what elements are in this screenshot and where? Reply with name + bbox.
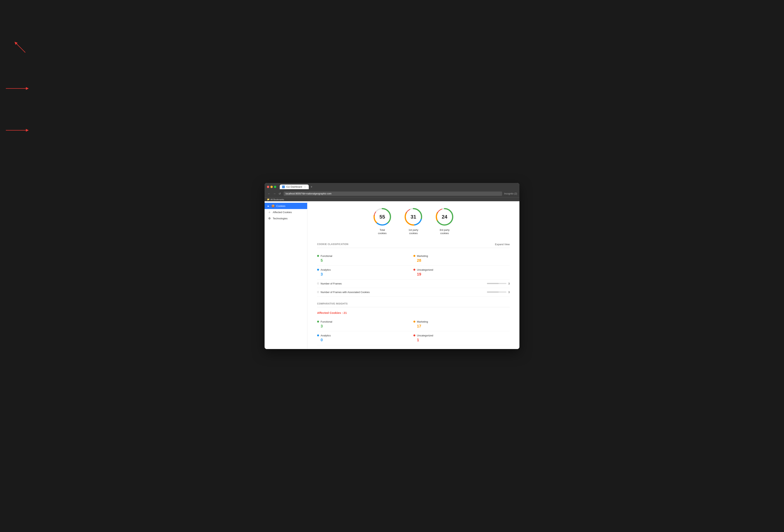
frame-bar-container-1: 3 (487, 282, 510, 285)
sidebar: ▶ 🍪 Cookies ○ Affected Cookies ⚙ Technol… (264, 201, 307, 349)
insights-uncategorized: Uncategorized 1 (413, 331, 510, 345)
insights-marketing-header: Marketing (413, 320, 510, 323)
third-party-number: 24 (442, 214, 447, 220)
insights-functional-header: Functional (317, 320, 413, 323)
app-layout: ▶ 🍪 Cookies ○ Affected Cookies ⚙ Technol… (264, 201, 520, 349)
active-tab[interactable]: CLI Dashboard × (280, 184, 309, 189)
uncategorized-name: Uncategorized (417, 268, 433, 271)
reload-button[interactable]: ↺ (278, 192, 282, 196)
uncategorized-header: Uncategorized (413, 268, 510, 271)
minimize-button[interactable] (271, 186, 273, 188)
analytics-count: 3 (317, 272, 413, 276)
first-party-label: 1st partycookies (409, 229, 418, 235)
analytics-dot (317, 269, 319, 271)
total-number: 55 (380, 214, 385, 220)
sidebar-affected-label: Affected Cookies (273, 211, 292, 214)
stat-first-party: 31 1st partycookies (404, 207, 423, 235)
tab-close-icon[interactable]: × (304, 186, 306, 188)
sidebar-cookies-label: Cookies (276, 205, 285, 207)
cookie-classification-section: COOKIE CLASSIFICATION Expand View Functi… (317, 243, 510, 297)
close-button[interactable] (267, 186, 269, 188)
insights-marketing: Marketing 17 (413, 318, 510, 331)
frame-count-1: 3 (508, 282, 510, 285)
frame-dot-2 (317, 291, 319, 293)
browser-actions: Incognito (2) (504, 192, 517, 195)
class-analytics: Analytics 3 (317, 266, 413, 279)
insights-analytics: Analytics 0 (317, 331, 413, 345)
insights-uncategorized-header: Uncategorized (413, 334, 510, 337)
maximize-button[interactable] (274, 186, 276, 188)
sidebar-tech-label: Technologies (273, 217, 287, 220)
bookmark-label: All Bookmarks (271, 198, 284, 201)
frame-bar-container-2: 3 (487, 291, 510, 294)
frame-row-2: Number of Frames with Associated Cookies… (317, 288, 510, 297)
insights-functional-name: Functional (320, 320, 332, 323)
expand-view-button[interactable]: Expand View (495, 243, 510, 246)
insights-marketing-dot (413, 321, 415, 323)
comparative-insights-section: COMPARATIVE INSIGHTS Affected Cookies : … (317, 302, 510, 345)
horizontal-arrow-2 (6, 127, 29, 133)
sidebar-item-cookies[interactable]: ▶ 🍪 Cookies (264, 203, 307, 209)
insights-functional-count: 3 (317, 324, 413, 328)
classification-title: COOKIE CLASSIFICATION (317, 243, 348, 245)
new-tab-button[interactable]: + (309, 185, 314, 188)
svg-line-15 (16, 43, 25, 53)
total-label: Totalcookies (378, 229, 387, 235)
frame-label-2: Number of Frames with Associated Cookies (320, 291, 485, 294)
insights-grid: Functional 3 Marketing 17 (317, 318, 510, 345)
browser-window: CLI Dashboard × + ← → ↺ Incognito (2) 📁 … (264, 183, 520, 349)
nav-buttons: ← → ↺ (267, 192, 282, 196)
functional-dot (317, 255, 319, 257)
sidebar-arrow-icon: ▶ (268, 205, 269, 207)
first-party-number: 31 (411, 214, 416, 220)
main-content: 55 Totalcookies 31 (307, 201, 520, 349)
technologies-icon: ⚙ (268, 217, 271, 220)
functional-header: Functional (317, 255, 413, 258)
third-party-circle: 24 (435, 207, 454, 227)
insights-uncategorized-name: Uncategorized (417, 334, 433, 337)
folder-icon: 📁 (267, 198, 270, 201)
insights-marketing-count: 17 (413, 324, 510, 328)
marketing-count: 28 (413, 258, 510, 263)
sidebar-item-technologies[interactable]: ⚙ Technologies (264, 215, 307, 221)
class-uncategorized: Uncategorized 19 (413, 266, 510, 279)
frame-bar-fill-1 (487, 283, 499, 284)
analytics-header: Analytics (317, 268, 413, 271)
frame-bar-2 (487, 292, 506, 293)
classification-grid: Functional 5 Marketing 28 (317, 252, 510, 279)
traffic-lights (267, 186, 276, 188)
frame-row-1: Number of Frames 3 (317, 279, 510, 288)
insights-functional-dot (317, 321, 319, 323)
tab-title: CLI Dashboard (286, 185, 302, 188)
forward-button[interactable]: → (272, 192, 277, 196)
cookies-icon: 🍪 (271, 204, 275, 207)
browser-chrome: CLI Dashboard × + ← → ↺ Incognito (2) 📁 … (264, 183, 520, 201)
insights-analytics-count: 0 (317, 338, 413, 342)
diagonal-arrow (12, 39, 27, 54)
tab-favicon (282, 185, 285, 188)
uncategorized-count: 19 (413, 272, 510, 276)
classification-header: COOKIE CLASSIFICATION Expand View (317, 243, 510, 248)
insights-uncategorized-count: 1 (413, 338, 510, 342)
address-input[interactable] (284, 191, 502, 196)
class-marketing: Marketing 28 (413, 252, 510, 266)
tab-bar: CLI Dashboard × + (280, 184, 314, 189)
address-bar-row: ← → ↺ Incognito (2) (264, 191, 520, 197)
browser-titlebar: CLI Dashboard × + (264, 183, 520, 191)
insights-title: COMPARATIVE INSIGHTS (317, 302, 348, 305)
insights-analytics-header: Analytics (317, 334, 413, 337)
functional-name: Functional (320, 255, 332, 258)
insights-marketing-name: Marketing (417, 320, 428, 323)
incognito-label: Incognito (2) (504, 192, 517, 195)
analytics-name: Analytics (320, 268, 331, 271)
insights-header: COMPARATIVE INSIGHTS (317, 302, 510, 307)
sidebar-item-affected-cookies[interactable]: ○ Affected Cookies (264, 209, 307, 215)
third-party-label: 3rd partycookies (440, 229, 449, 235)
insights-analytics-dot (317, 334, 319, 336)
horizontal-arrow-1 (6, 86, 29, 91)
back-button[interactable]: ← (267, 192, 271, 196)
first-party-circle: 31 (404, 207, 423, 227)
affected-cookies-title: Affected Cookies : 21 (317, 311, 510, 315)
marketing-header: Marketing (413, 255, 510, 258)
total-circle: 55 (372, 207, 392, 227)
